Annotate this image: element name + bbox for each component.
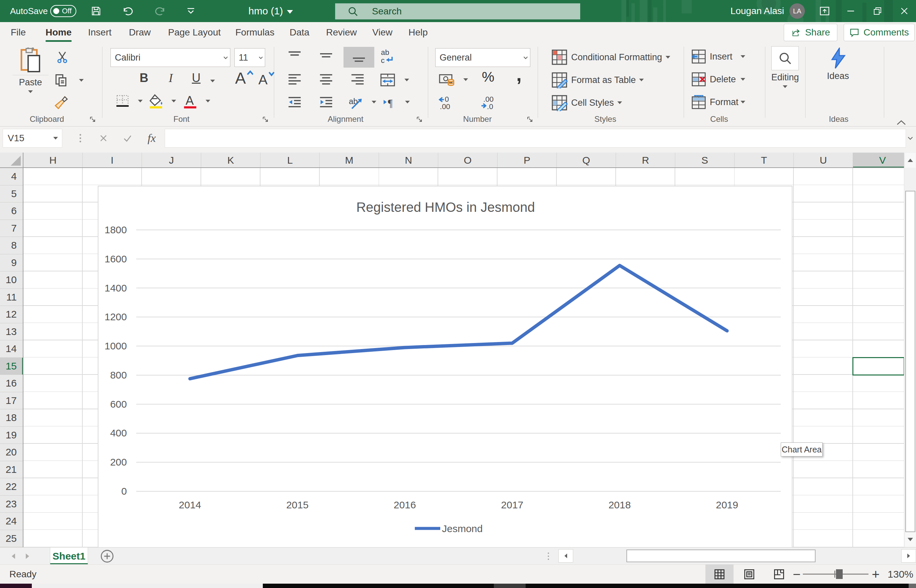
format-painter-button[interactable] bbox=[53, 95, 69, 109]
autosave-toggle[interactable]: Off bbox=[50, 5, 76, 17]
orientation-button[interactable]: ab bbox=[348, 94, 376, 110]
zoom-slider-handle[interactable] bbox=[836, 569, 843, 579]
comma-style-button[interactable]: , bbox=[510, 63, 528, 86]
sheet-nav-prev-button[interactable] bbox=[7, 548, 20, 565]
conditional-formatting-button[interactable]: Conditional Formatting bbox=[551, 49, 670, 66]
row-header-12[interactable]: 12 bbox=[0, 306, 23, 323]
normal-view-button[interactable] bbox=[706, 565, 733, 584]
format-cells-button[interactable]: Format bbox=[691, 94, 758, 110]
tab-draw[interactable]: Draw bbox=[129, 22, 151, 43]
chart-area[interactable]: 0200400600800100012001400160018002014201… bbox=[98, 186, 793, 549]
tab-scrollbar-separator[interactable] bbox=[545, 548, 552, 565]
cell-styles-button[interactable]: Cell Styles bbox=[551, 94, 622, 111]
row-header-15[interactable]: 15 bbox=[0, 358, 23, 375]
underline-dropdown-icon[interactable] bbox=[210, 80, 215, 82]
row-header-11[interactable]: 11 bbox=[0, 289, 23, 306]
row-header-23[interactable]: 23 bbox=[0, 496, 23, 513]
tab-data[interactable]: Data bbox=[290, 22, 309, 43]
column-header-U[interactable]: U bbox=[794, 153, 853, 168]
row-header-16[interactable]: 16 bbox=[0, 375, 23, 392]
tab-formulas[interactable]: Formulas bbox=[235, 22, 275, 43]
expand-formula-bar-button[interactable] bbox=[905, 129, 916, 148]
new-sheet-button[interactable] bbox=[99, 548, 115, 565]
column-header-M[interactable]: M bbox=[320, 153, 379, 168]
font-name-combobox[interactable]: Calibri bbox=[110, 48, 230, 67]
paste-button[interactable]: Paste bbox=[12, 47, 49, 93]
merge-center-button[interactable] bbox=[380, 73, 409, 87]
redo-button[interactable] bbox=[150, 0, 172, 22]
tab-home[interactable]: Home bbox=[45, 22, 72, 43]
column-header-I[interactable]: I bbox=[83, 153, 142, 168]
select-all-corner[interactable] bbox=[0, 153, 23, 168]
quick-access-customize-button[interactable] bbox=[181, 0, 201, 22]
column-header-P[interactable]: P bbox=[497, 153, 557, 168]
zoom-out-button[interactable]: − bbox=[793, 565, 801, 584]
text-direction-button[interactable]: ¶ bbox=[382, 95, 410, 109]
alignment-dialog-launcher[interactable] bbox=[416, 116, 423, 123]
column-header-Q[interactable]: Q bbox=[557, 153, 616, 168]
column-header-T[interactable]: T bbox=[735, 153, 794, 168]
clipboard-dialog-launcher[interactable] bbox=[89, 116, 96, 123]
insert-function-button[interactable]: fx bbox=[143, 129, 160, 148]
tab-page-layout[interactable]: Page Layout bbox=[168, 22, 221, 43]
vertical-scrollbar[interactable] bbox=[904, 153, 916, 547]
row-header-4[interactable]: 4 bbox=[0, 168, 23, 186]
row-header-19[interactable]: 19 bbox=[0, 427, 23, 444]
row-header-9[interactable]: 9 bbox=[0, 254, 23, 272]
row-header-8[interactable]: 8 bbox=[0, 237, 23, 254]
row-header-25[interactable]: 25 bbox=[0, 530, 23, 548]
name-box[interactable]: V15 bbox=[3, 129, 62, 148]
font-size-combobox[interactable]: 11 bbox=[235, 48, 265, 67]
borders-button[interactable] bbox=[115, 94, 142, 108]
column-header-K[interactable]: K bbox=[201, 153, 261, 168]
top-align-button[interactable] bbox=[287, 50, 302, 62]
scroll-up-button[interactable] bbox=[905, 153, 916, 168]
font-color-button[interactable]: A bbox=[183, 94, 210, 108]
hscroll-left-button[interactable] bbox=[558, 549, 573, 562]
column-header-H[interactable]: H bbox=[23, 153, 83, 168]
comments-button[interactable]: Comments bbox=[844, 24, 914, 41]
collapse-ribbon-button[interactable] bbox=[896, 119, 906, 126]
bold-button[interactable]: B bbox=[137, 71, 151, 85]
number-dialog-launcher[interactable] bbox=[526, 116, 534, 123]
row-header-5[interactable]: 5 bbox=[0, 186, 23, 203]
undo-button[interactable] bbox=[117, 0, 138, 22]
formula-input[interactable] bbox=[165, 129, 906, 148]
close-button[interactable] bbox=[893, 0, 916, 22]
increase-font-size-button[interactable]: A bbox=[235, 69, 253, 85]
zoom-slider-track[interactable] bbox=[803, 573, 869, 575]
tab-review[interactable]: Review bbox=[326, 22, 357, 43]
minimize-button[interactable] bbox=[839, 0, 863, 22]
underline-button[interactable]: U bbox=[189, 71, 203, 85]
column-header-V[interactable]: V bbox=[853, 153, 904, 168]
decrease-font-size-button[interactable]: A bbox=[258, 70, 275, 85]
middle-align-button[interactable] bbox=[319, 50, 333, 62]
row-header-13[interactable]: 13 bbox=[0, 323, 23, 341]
wrap-text-button[interactable]: ab c bbox=[380, 48, 397, 64]
column-header-R[interactable]: R bbox=[616, 153, 675, 168]
row-header-22[interactable]: 22 bbox=[0, 478, 23, 496]
sheet-nav-next-button[interactable] bbox=[21, 548, 34, 565]
horizontal-scrollbar-thumb[interactable] bbox=[626, 549, 816, 562]
increase-decimal-button[interactable]: 0 .00 bbox=[437, 94, 456, 110]
account-area[interactable]: Lougan Alasi LA bbox=[730, 0, 805, 22]
cut-button[interactable] bbox=[55, 50, 69, 64]
accounting-format-button[interactable] bbox=[439, 72, 468, 87]
copy-button[interactable] bbox=[53, 73, 84, 88]
search-input[interactable]: Search bbox=[335, 3, 580, 19]
row-header-14[interactable]: 14 bbox=[0, 340, 23, 358]
decrease-decimal-button[interactable]: .00 .0 bbox=[479, 94, 499, 110]
column-header-L[interactable]: L bbox=[261, 153, 320, 168]
column-header-S[interactable]: S bbox=[675, 153, 735, 168]
italic-button[interactable]: I bbox=[164, 71, 178, 85]
scroll-down-button[interactable] bbox=[905, 532, 916, 547]
delete-cells-button[interactable]: Delete bbox=[691, 72, 758, 87]
row-header-21[interactable]: 21 bbox=[0, 461, 23, 478]
cancel-button[interactable] bbox=[96, 129, 111, 148]
fill-color-button[interactable] bbox=[149, 94, 176, 108]
enter-button[interactable] bbox=[120, 129, 135, 148]
align-left-button[interactable] bbox=[287, 73, 302, 86]
row-header-10[interactable]: 10 bbox=[0, 271, 23, 289]
decrease-indent-button[interactable] bbox=[287, 96, 302, 109]
restore-button[interactable] bbox=[866, 0, 889, 22]
